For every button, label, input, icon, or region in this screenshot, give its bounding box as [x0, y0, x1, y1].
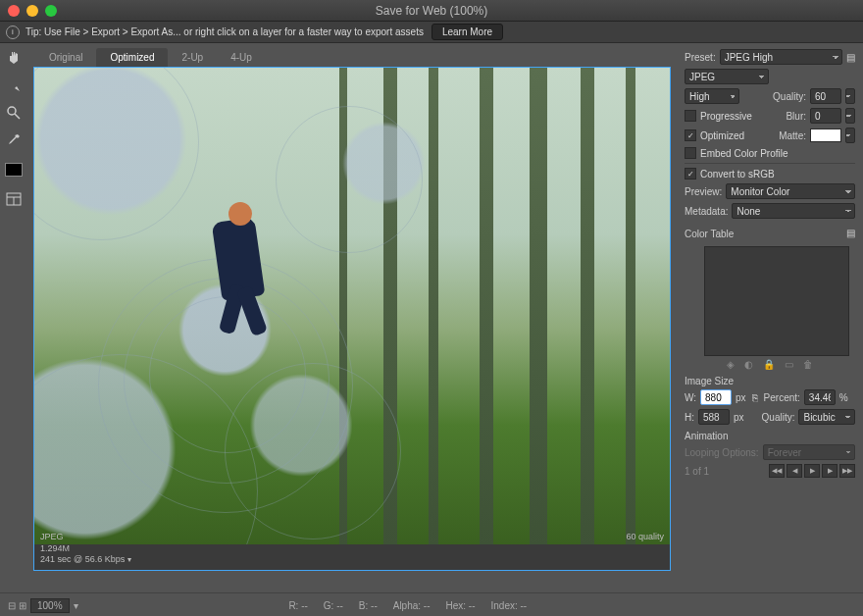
optimized-check[interactable]: ✓: [685, 129, 696, 141]
matte-swatch[interactable]: [810, 128, 841, 142]
progressive-label: Progressive: [700, 111, 752, 122]
maximize-icon[interactable]: [45, 5, 57, 17]
preview-image: [34, 68, 670, 544]
animation-title: Animation: [685, 431, 855, 441]
settings-panel: Preset: JPEG High ▤ JPEG High Quality: P…: [677, 43, 863, 592]
person-figure: [199, 196, 278, 334]
matte-label: Matte:: [779, 130, 806, 141]
width-input[interactable]: [700, 389, 732, 405]
blur-input[interactable]: [810, 108, 841, 124]
matte-menu-icon[interactable]: [845, 128, 855, 143]
srgb-check[interactable]: ✓: [685, 168, 696, 180]
frame-count: 1 of 1: [685, 466, 709, 477]
loop-select: Forever: [763, 444, 855, 460]
image-size-title: Image Size: [685, 376, 855, 386]
status-g: G: --: [324, 600, 343, 611]
quality-input[interactable]: [810, 88, 841, 104]
status-index: Index: --: [491, 600, 528, 611]
status-hex: Hex: --: [446, 600, 476, 611]
view-tabs: Original Optimized 2-Up 4-Up: [27, 43, 677, 67]
status-bar: ⊟ ⊞ 100% ▾ R: -- G: -- B: -- Alpha: -- H…: [0, 592, 863, 616]
embed-profile-check[interactable]: [685, 147, 696, 159]
color-table: [704, 246, 849, 356]
svg-point-0: [8, 107, 16, 115]
info-time: 241 sec @ 56.6 Kbps: [40, 554, 125, 564]
quality-slider-icon[interactable]: [845, 88, 855, 104]
trash-icon[interactable]: 🗑: [803, 359, 813, 370]
height-label: H:: [685, 412, 694, 423]
next-frame-icon: ▶: [822, 464, 838, 478]
percent-label: Percent:: [764, 392, 800, 403]
ct-icon-2[interactable]: ◐: [744, 359, 753, 370]
lock-icon[interactable]: 🔒: [763, 359, 775, 370]
first-frame-icon: ◀◀: [769, 464, 785, 478]
tab-original[interactable]: Original: [35, 48, 96, 67]
info-format: JPEG: [40, 532, 131, 543]
embed-profile-label: Embed Color Profile: [700, 148, 787, 159]
blur-label: Blur:: [786, 111, 806, 122]
status-b: B: --: [359, 600, 378, 611]
percent-input[interactable]: [804, 389, 836, 405]
tab-optimized[interactable]: Optimized: [96, 48, 168, 67]
add-color-icon[interactable]: ▭: [785, 359, 793, 370]
metadata-select[interactable]: None: [732, 203, 855, 219]
tool-column: [0, 43, 27, 592]
color-table-title: Color Table: [685, 229, 734, 239]
slice-tool-icon[interactable]: [3, 75, 25, 96]
status-r: R: --: [288, 600, 307, 611]
srgb-label: Convert to sRGB: [700, 169, 775, 180]
play-icon: ▶: [804, 464, 820, 478]
tip-bar: i Tip: Use File > Export > Export As... …: [0, 22, 863, 43]
svg-line-1: [15, 114, 20, 119]
color-table-menu-icon[interactable]: ▤: [846, 228, 855, 238]
tab-4up[interactable]: 4-Up: [217, 48, 266, 67]
zoom-level[interactable]: 100%: [30, 598, 70, 613]
status-alpha: Alpha: --: [393, 600, 431, 611]
resize-quality-label: Quality:: [762, 412, 795, 423]
metadata-label: Metadata:: [685, 206, 728, 217]
window-controls: [8, 5, 57, 17]
quality-label: Quality:: [773, 91, 806, 102]
optimized-label: Optimized: [700, 130, 744, 141]
tab-2up[interactable]: 2-Up: [168, 48, 217, 67]
blur-slider-icon[interactable]: [845, 108, 855, 124]
title-bar: Save for Web (100%): [0, 0, 863, 22]
preset-label: Preset:: [685, 52, 716, 63]
height-input[interactable]: [698, 409, 730, 425]
format-select[interactable]: JPEG: [685, 69, 769, 84]
last-frame-icon: ▶▶: [839, 464, 855, 478]
status-icon-1[interactable]: ⊟: [8, 600, 16, 611]
eyedropper-tool-icon[interactable]: [3, 129, 25, 151]
learn-more-button[interactable]: Learn More: [432, 24, 503, 40]
ct-icon-1[interactable]: ◈: [727, 359, 735, 370]
info-quality: 60 quality: [626, 532, 664, 543]
info-icon: i: [6, 26, 20, 39]
progressive-check[interactable]: [685, 110, 696, 122]
resize-quality-select[interactable]: Bicubic: [798, 409, 855, 425]
hand-tool-icon[interactable]: [3, 47, 25, 69]
link-icon[interactable]: ⎘: [750, 392, 760, 403]
quality-preset-select[interactable]: High: [685, 88, 739, 104]
preset-select[interactable]: JPEG High: [720, 49, 842, 65]
preview-label: Preview:: [685, 186, 722, 197]
prev-frame-icon: ◀: [787, 464, 802, 478]
zoom-menu-icon[interactable]: ▾: [74, 600, 78, 611]
tip-text: Tip: Use File > Export > Export As... or…: [25, 26, 424, 37]
window-title: Save for Web (100%): [376, 4, 488, 18]
width-label: W:: [685, 392, 696, 403]
toggle-slices-icon[interactable]: [3, 188, 25, 210]
preset-menu-icon[interactable]: ▤: [846, 52, 855, 63]
close-icon[interactable]: [8, 5, 20, 17]
minimize-icon[interactable]: [26, 5, 38, 17]
preview-info: JPEG 1.294M 241 sec @ 56.6 Kbps ▾ 60 qua…: [34, 529, 670, 570]
status-icon-2[interactable]: ⊞: [19, 600, 26, 611]
preview-canvas[interactable]: JPEG 1.294M 241 sec @ 56.6 Kbps ▾ 60 qua…: [33, 67, 671, 571]
color-swatch[interactable]: [5, 163, 23, 177]
preview-select[interactable]: Monitor Color: [726, 183, 855, 199]
zoom-tool-icon[interactable]: [3, 102, 25, 124]
info-size: 1.294M: [40, 543, 131, 555]
loop-label: Looping Options:: [685, 447, 759, 458]
